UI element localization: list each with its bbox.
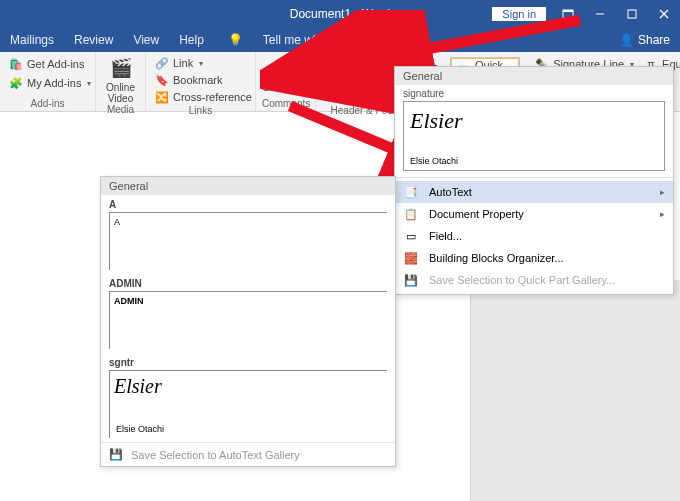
- at-category-header: General: [101, 177, 395, 195]
- minimize-icon[interactable]: [584, 0, 616, 28]
- at-signature-name: Elsie Otachi: [116, 424, 164, 434]
- crossref-icon: 🔀: [155, 90, 169, 104]
- group-label-links: Links: [152, 105, 249, 118]
- footer-label: Footer: [343, 74, 375, 86]
- comment-label: Comment: [262, 82, 305, 93]
- share-label: Share: [638, 33, 670, 47]
- share-icon: 👤: [619, 33, 634, 47]
- at-entry-admin-preview[interactable]: ADMIN: [109, 291, 387, 349]
- chevron-down-icon: ▾: [381, 76, 385, 85]
- lightbulb-icon: 💡: [228, 33, 243, 47]
- svg-rect-1: [563, 10, 573, 12]
- at-entry-sgntr-label: sgntr: [101, 353, 395, 369]
- field-icon: ▭: [403, 228, 419, 244]
- qp-bborg-label: Building Blocks Organizer...: [429, 252, 564, 264]
- at-save-gallery-item: 💾 Save Selection to AutoText Gallery: [101, 442, 395, 466]
- quick-parts-dropdown: General signature Elsier Elsie Otachi 📑 …: [394, 66, 674, 295]
- at-admin-text: ADMIN: [114, 296, 144, 306]
- qp-savegal-item: 💾 Save Selection to Quick Part Gallery..…: [395, 269, 673, 291]
- video-icon: 🎬: [109, 56, 133, 80]
- autotext-icon: 📑: [403, 184, 419, 200]
- chevron-right-icon: ▸: [660, 187, 665, 197]
- footer-icon: [325, 73, 339, 87]
- qp-category-header: General: [395, 67, 673, 85]
- link-button[interactable]: 🔗Link▾: [152, 55, 255, 71]
- ribbon-display-options-icon[interactable]: [552, 0, 584, 28]
- chevron-down-icon: ▾: [199, 59, 203, 68]
- save-icon: 💾: [109, 448, 123, 461]
- link-label: Link: [173, 57, 193, 69]
- bookmark-icon: 🔖: [155, 73, 169, 87]
- building-blocks-icon: 🧱: [403, 250, 419, 266]
- header-icon: [325, 56, 339, 70]
- link-icon: 🔗: [155, 56, 169, 70]
- qp-entry-preview[interactable]: Elsier Elsie Otachi: [403, 101, 665, 171]
- chevron-down-icon: ▾: [385, 59, 389, 68]
- tab-mailings[interactable]: Mailings: [10, 33, 54, 47]
- svg-rect-3: [628, 10, 636, 18]
- tab-review[interactable]: Review: [74, 33, 113, 47]
- online-video-button[interactable]: 🎬 Online Video: [102, 54, 139, 104]
- sign-in-button[interactable]: Sign in: [492, 7, 546, 21]
- share-button[interactable]: 👤 Share: [619, 33, 670, 47]
- ribbon-tabs: Mailings Review View Help 💡 Tell me what…: [0, 28, 680, 52]
- maximize-icon[interactable]: [616, 0, 648, 28]
- at-entry-sgntr-preview[interactable]: Elsier Elsie Otachi: [109, 370, 387, 438]
- my-addins-label: My Add-ins: [27, 77, 81, 89]
- bookmark-label: Bookmark: [173, 74, 223, 86]
- docprop-icon: 📋: [403, 206, 419, 222]
- qp-bborg-item[interactable]: 🧱 Building Blocks Organizer...: [395, 247, 673, 269]
- comment-icon: 💬: [272, 56, 296, 80]
- save-icon: 💾: [403, 272, 419, 288]
- crossref-button[interactable]: 🔀Cross-reference: [152, 89, 255, 105]
- signature-name: Elsie Otachi: [410, 156, 458, 166]
- chevron-right-icon: ▸: [660, 209, 665, 219]
- group-label-comments: Comments: [262, 98, 309, 111]
- qp-savegal-label: Save Selection to Quick Part Gallery...: [429, 274, 615, 286]
- header-label: Header: [343, 57, 379, 69]
- close-icon[interactable]: [648, 0, 680, 28]
- tell-me-input[interactable]: Tell me what you want to do: [263, 33, 411, 47]
- at-signature-script: Elsier: [114, 375, 383, 398]
- addins-icon: 🧩: [9, 76, 23, 90]
- store-icon: 🛍️: [9, 57, 23, 71]
- qp-menu: 📑 AutoText ▸ 📋 Document Property ▸ ▭ Fie…: [395, 178, 673, 294]
- tab-help[interactable]: Help: [179, 33, 204, 47]
- at-entry-a-preview[interactable]: A: [109, 212, 387, 270]
- comment-button[interactable]: 💬 Comment: [262, 54, 306, 98]
- qp-field-label: Field...: [429, 230, 462, 242]
- group-label-addins: Add-ins: [6, 98, 89, 111]
- crossref-label: Cross-reference: [173, 91, 252, 103]
- get-addins-label: Get Add-ins: [27, 58, 84, 70]
- group-label-media: Media: [102, 104, 139, 117]
- tab-view[interactable]: View: [133, 33, 159, 47]
- title-bar: Document1 - Word Sign in: [0, 0, 680, 28]
- qp-autotext-label: AutoText: [429, 186, 472, 198]
- online-video-label: Online Video: [106, 82, 135, 104]
- qp-docprop-label: Document Property: [429, 208, 524, 220]
- qp-docprop-item[interactable]: 📋 Document Property ▸: [395, 203, 673, 225]
- bookmark-button[interactable]: 🔖Bookmark: [152, 72, 255, 88]
- autotext-submenu: General A A ADMIN ADMIN sgntr Elsier Els…: [100, 176, 396, 467]
- qp-entry-name: signature: [395, 85, 673, 99]
- signature-script: Elsier: [410, 108, 658, 134]
- chevron-down-icon: ▾: [87, 79, 91, 88]
- at-entry-a-label: A: [101, 195, 395, 211]
- at-save-label: Save Selection to AutoText Gallery: [131, 449, 300, 461]
- qp-autotext-item[interactable]: 📑 AutoText ▸: [395, 181, 673, 203]
- my-addins-button[interactable]: 🧩My Add-ins▾: [6, 75, 89, 91]
- document-page-edge: [470, 280, 680, 501]
- at-a-text: A: [114, 217, 120, 227]
- at-entry-admin-label: ADMIN: [101, 274, 395, 290]
- qp-field-item[interactable]: ▭ Field...: [395, 225, 673, 247]
- pagenum-icon: #: [325, 90, 339, 104]
- get-addins-button[interactable]: 🛍️Get Add-ins: [6, 56, 89, 72]
